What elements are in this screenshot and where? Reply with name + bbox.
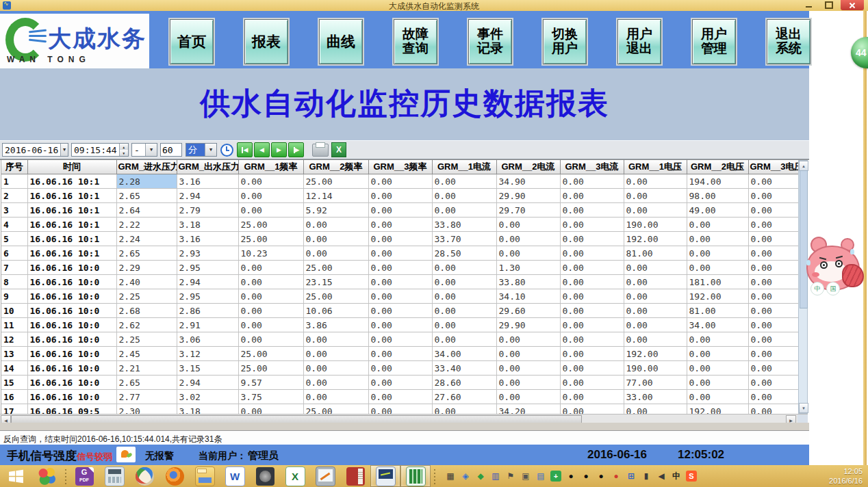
table-cell[interactable]: 0.00 <box>368 376 432 390</box>
nav-button-curve[interactable]: 曲线 <box>319 19 363 64</box>
column-header[interactable]: GRM__1频率 <box>238 160 303 174</box>
table-cell[interactable]: 25.00 <box>238 361 303 376</box>
table-cell[interactable]: 0.00 <box>368 318 432 332</box>
table-cell[interactable]: 2.64 <box>116 203 177 218</box>
table-cell[interactable]: 2.77 <box>116 390 177 404</box>
table-cell[interactable]: 0.00 <box>368 174 432 189</box>
table-cell[interactable]: 0.00 <box>496 361 560 376</box>
window-titlebar[interactable]: 大成供水自动化监测系统 <box>0 0 868 11</box>
tray-volume-icon[interactable]: ◀ <box>656 471 667 482</box>
time-spin-buttons[interactable] <box>119 144 128 156</box>
table-cell[interactable]: 2.86 <box>177 304 238 318</box>
table-cell[interactable]: 0.00 <box>303 376 368 390</box>
table-cell[interactable]: 34.00 <box>432 347 496 361</box>
table-cell[interactable]: 0.00 <box>496 246 560 261</box>
table-cell[interactable]: 0.00 <box>432 332 496 347</box>
table-cell[interactable]: 0.00 <box>748 376 798 390</box>
table-cell[interactable]: 3.18 <box>177 218 238 232</box>
table-cell[interactable]: 0.00 <box>368 275 432 289</box>
table-cell[interactable]: 0.00 <box>748 246 798 261</box>
table-cell[interactable]: 3.12 <box>177 347 238 361</box>
minimize-button[interactable] <box>800 0 817 10</box>
table-cell[interactable]: 16.06.16 10:0 <box>27 289 116 304</box>
table-cell[interactable]: 2.62 <box>116 318 177 332</box>
table-cell[interactable]: 15 <box>1 376 27 390</box>
table-cell[interactable]: 2.91 <box>177 318 238 332</box>
table-cell[interactable]: 0.00 <box>238 203 303 218</box>
table-cell[interactable]: 0.00 <box>238 289 303 304</box>
table-cell[interactable]: 16.06.16 10:1 <box>27 218 116 232</box>
table-cell[interactable]: 98.00 <box>687 189 748 203</box>
table-cell[interactable]: 27.60 <box>432 390 496 404</box>
table-cell[interactable]: 0.00 <box>624 332 687 347</box>
table-cell[interactable]: 0.00 <box>496 376 560 390</box>
table-cell[interactable]: 0.00 <box>368 261 432 275</box>
table-cell[interactable]: 0.00 <box>624 318 687 332</box>
table-cell[interactable]: 0.00 <box>687 361 748 376</box>
table-cell[interactable]: 2.95 <box>177 261 238 275</box>
column-header[interactable]: GRM__2电流 <box>496 160 560 174</box>
horizontal-scrollbar[interactable] <box>0 414 808 423</box>
close-button[interactable] <box>841 0 864 10</box>
table-cell[interactable]: 81.00 <box>687 304 748 318</box>
table-cell[interactable]: 0.00 <box>748 404 798 414</box>
tray-ime-icon[interactable]: 中 <box>671 471 682 482</box>
column-header[interactable]: GRM__1电压 <box>624 160 687 174</box>
table-cell[interactable]: 34.10 <box>496 289 560 304</box>
table-cell[interactable]: 0.00 <box>560 404 624 414</box>
table-cell[interactable]: 33.80 <box>432 218 496 232</box>
column-header[interactable]: GRM_进水压力 <box>116 160 177 174</box>
table-cell[interactable]: 16.06.16 10:0 <box>27 332 116 347</box>
table-cell[interactable]: 0.00 <box>560 174 624 189</box>
table-cell[interactable]: 0.00 <box>368 203 432 218</box>
tray-green-plus-icon[interactable]: + <box>550 471 561 482</box>
taskbar-app-photo-viewer[interactable] <box>250 465 280 487</box>
table-cell[interactable]: 17 <box>1 404 27 414</box>
table-cell[interactable]: 0.00 <box>624 203 687 218</box>
table-cell[interactable]: 0.00 <box>687 261 748 275</box>
table-cell[interactable]: 0.00 <box>303 246 368 261</box>
column-header[interactable]: GRM__3电流 <box>560 160 624 174</box>
table-cell[interactable]: 49.00 <box>687 203 748 218</box>
table-cell[interactable]: 0.00 <box>496 218 560 232</box>
table-cell[interactable]: 3.16 <box>177 174 238 189</box>
table-cell[interactable]: 33.00 <box>624 390 687 404</box>
table-cell[interactable]: 2.65 <box>116 189 177 203</box>
table-cell[interactable]: 25.00 <box>238 232 303 246</box>
table-cell[interactable]: 2.94 <box>177 189 238 203</box>
table-cell[interactable]: 34.90 <box>496 174 560 189</box>
tray-vault-icon[interactable]: ▥ <box>490 471 501 482</box>
table-cell[interactable]: 0.00 <box>748 318 798 332</box>
print-button[interactable] <box>312 144 329 157</box>
table-cell[interactable]: 9 <box>1 289 27 304</box>
scroll-up-icon[interactable] <box>799 161 808 171</box>
table-cell[interactable]: 16.06.16 10:0 <box>27 261 116 275</box>
table-cell[interactable]: 0.00 <box>748 261 798 275</box>
table-cell[interactable]: 2.95 <box>177 289 238 304</box>
table-cell[interactable]: 3.16 <box>177 232 238 246</box>
table-cell[interactable]: 34.20 <box>496 404 560 414</box>
table-cell[interactable]: 8 <box>1 275 27 289</box>
table-cell[interactable]: 28.50 <box>432 246 496 261</box>
table-cell[interactable]: 0.00 <box>368 404 432 414</box>
table-cell[interactable]: 33.40 <box>432 361 496 376</box>
table-cell[interactable]: 0.00 <box>748 174 798 189</box>
table-cell[interactable]: 2.79 <box>177 203 238 218</box>
table-cell[interactable]: 0.00 <box>687 347 748 361</box>
table-cell[interactable]: 0.00 <box>560 390 624 404</box>
table-cell[interactable]: 0.00 <box>560 232 624 246</box>
table-cell[interactable]: 0.00 <box>368 189 432 203</box>
tray-network-icon[interactable]: ▤ <box>535 471 546 482</box>
unit-select[interactable]: 分 <box>186 143 217 157</box>
table-cell[interactable]: 0.00 <box>238 304 303 318</box>
table-cell[interactable]: 0.00 <box>432 289 496 304</box>
table-cell[interactable]: 1.30 <box>496 261 560 275</box>
date-dropdown-button[interactable] <box>60 144 68 156</box>
table-cell[interactable]: 12.14 <box>303 189 368 203</box>
table-cell[interactable]: 6 <box>1 246 27 261</box>
column-header[interactable]: GRM__2电压 <box>687 160 748 174</box>
table-cell[interactable]: 0.00 <box>303 218 368 232</box>
table-cell[interactable]: 0.00 <box>687 232 748 246</box>
table-cell[interactable]: 0.00 <box>303 332 368 347</box>
table-cell[interactable]: 0.00 <box>368 289 432 304</box>
